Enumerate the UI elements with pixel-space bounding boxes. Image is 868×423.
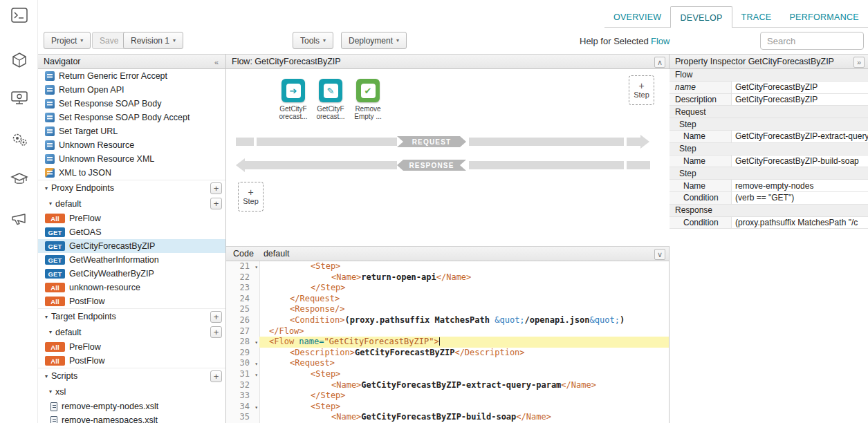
navigator-flow-item[interactable]: GET GetOAS — [38, 225, 225, 239]
prop-value[interactable]: GetCityForecastByZIP-extract-query-param — [732, 131, 868, 142]
code-line-content[interactable]: <Request> — [259, 358, 669, 369]
section-proxy-endpoints[interactable]: ▾ Proxy Endpoints + — [38, 180, 225, 196]
script-file-item[interactable]: remove-namespaces.xslt — [38, 413, 225, 423]
code-line-content[interactable]: <Name>GetCityForecastByZIP-extract-query… — [259, 380, 669, 391]
code-line-content[interactable]: </Request> — [259, 294, 669, 305]
code-line[interactable]: 28▾ <Flow name="GetCityForecastByZIP"> — [226, 337, 669, 348]
tools-button[interactable]: Tools▾ — [293, 32, 333, 49]
script-file-item[interactable]: remove-empty-nodes.xslt — [38, 400, 225, 413]
code-line[interactable]: 25 <Response/> — [226, 304, 669, 315]
code-gutter[interactable]: 29 — [226, 348, 259, 359]
navigator-policy-item[interactable]: Unknown Resource — [38, 138, 225, 152]
flow-step[interactable]: ✔ RemoveEmpty ... — [351, 79, 385, 120]
project-button[interactable]: Project▾ — [44, 32, 91, 49]
rail-learning-button[interactable] — [10, 169, 29, 189]
top-tab[interactable]: DEVELOP — [670, 6, 732, 28]
scripts-xsl-group[interactable]: ▾ xsl — [38, 384, 225, 400]
navigator-collapse-icon[interactable]: « — [211, 57, 222, 68]
code-line[interactable]: 34▾ <Step> — [226, 402, 669, 413]
search-input[interactable] — [760, 32, 864, 50]
code-gutter[interactable]: 25 — [226, 304, 259, 315]
code-line-content[interactable]: <Name>return-open-api</Name> — [259, 272, 669, 283]
code-line[interactable]: 26 <Condition>(proxy.pathsuffix MatchesP… — [226, 315, 669, 326]
navigator-flow-item[interactable]: All PostFlow — [38, 354, 225, 368]
navigator-policy-item[interactable]: XML to JSON — [38, 166, 225, 180]
add-proxy-flow-button[interactable]: + — [210, 198, 222, 209]
code-line[interactable]: 33 </Step> — [226, 391, 669, 402]
code-gutter[interactable]: 27 — [226, 326, 259, 337]
navigator-flow-item[interactable]: All PreFlow — [38, 340, 225, 354]
flow-canvas[interactable]: ➔ GetCityForecast... ✎ GetCityForecast..… — [226, 69, 670, 246]
navigator-flow-item[interactable]: GET GetCityForecastByZIP — [38, 239, 225, 253]
code-line-content[interactable]: </Step> — [259, 391, 669, 402]
proxy-endpoint-default[interactable]: ▾ default + — [38, 196, 225, 212]
rail-services-button[interactable] — [10, 130, 29, 149]
rail-announcements-button[interactable] — [10, 209, 29, 228]
rail-terminal-button[interactable] — [10, 6, 29, 25]
code-line-content[interactable]: <Flow name="GetCityForecastByZIP"> — [259, 337, 669, 348]
code-line[interactable]: 31▾ <Step> — [226, 369, 669, 380]
code-gutter[interactable]: 35 — [226, 412, 259, 423]
code-gutter[interactable]: 32 — [226, 380, 259, 391]
code-collapse-icon[interactable]: ∨ — [654, 249, 665, 260]
code-gutter[interactable]: 24 — [226, 294, 259, 305]
property-inspector-collapse-icon[interactable]: » — [853, 57, 865, 68]
code-gutter[interactable]: 26 — [226, 315, 259, 326]
add-proxy-endpoint-button[interactable]: + — [210, 182, 222, 194]
section-scripts[interactable]: ▾ Scripts + — [38, 368, 225, 384]
code-line-content[interactable]: <Name>GetCityForecastByZIP-build-soap</N… — [259, 412, 669, 423]
prop-value[interactable]: GetCityForecastByZIP-build-soap — [732, 156, 868, 167]
add-step-button-bottom[interactable]: + Step — [238, 182, 264, 212]
navigator-policy-item[interactable]: Set Target URL — [38, 124, 225, 138]
code-line[interactable]: 30▾ <Request> — [226, 358, 669, 369]
code-gutter[interactable]: 28▾ — [226, 337, 259, 348]
flow-step[interactable]: ➔ GetCityForecast... — [276, 79, 311, 120]
save-button[interactable]: Save — [92, 32, 126, 49]
code-gutter[interactable]: 33 — [226, 391, 259, 402]
navigator-policy-item[interactable]: Return Open API — [38, 83, 225, 97]
code-line[interactable]: 27 </Flow> — [226, 326, 669, 337]
prop-value[interactable]: GetCityForecastByZIP — [732, 94, 868, 106]
code-line[interactable]: 24 </Request> — [226, 294, 669, 305]
top-tab[interactable]: TRACE — [732, 6, 781, 27]
code-gutter[interactable]: 31▾ — [226, 369, 259, 380]
rail-api-proxies-button[interactable] — [10, 50, 29, 70]
navigator-policy-item[interactable]: Unknown Resource XML — [38, 152, 225, 166]
code-line-content[interactable]: <Step> — [259, 369, 669, 380]
target-endpoint-default[interactable]: ▾ default + — [38, 324, 225, 340]
code-line[interactable]: 32 <Name>GetCityForecastByZIP-extract-qu… — [226, 380, 669, 391]
code-line-content[interactable]: </Flow> — [259, 326, 669, 337]
navigator-flow-item[interactable]: All PostFlow — [38, 294, 225, 308]
add-script-button[interactable]: + — [210, 370, 222, 382]
code-line[interactable]: 21▾ <Step> — [226, 261, 669, 272]
add-target-flow-button[interactable]: + — [210, 326, 222, 338]
code-gutter[interactable]: 23 — [226, 283, 259, 294]
prop-value[interactable]: (proxy.pathsuffix MatchesPath "/c — [732, 217, 868, 229]
prop-value[interactable]: GetCityForecastByZIP — [732, 82, 868, 93]
navigator-flow-item[interactable]: GET GetCityWeatherByZIP — [38, 267, 225, 281]
code-line[interactable]: 29 <Description>GetCityForecastByZIP</De… — [226, 348, 669, 359]
flow-collapse-icon[interactable]: ∧ — [654, 57, 665, 68]
code-line-content[interactable]: <Condition>(proxy.pathsuffix MatchesPath… — [259, 315, 669, 326]
prop-value[interactable]: (verb == "GET") — [732, 192, 868, 204]
add-step-button-top[interactable]: + Step — [629, 75, 654, 105]
code-gutter[interactable]: 34▾ — [226, 402, 259, 413]
code-gutter[interactable]: 21▾ — [226, 261, 259, 272]
code-tab-default[interactable]: default — [264, 249, 290, 258]
code-line[interactable]: 22 <Name>return-open-api</Name> — [226, 272, 669, 283]
flow-step[interactable]: ✎ GetCityForecast... — [313, 79, 348, 120]
code-gutter[interactable]: 22 — [226, 272, 259, 283]
navigator-policy-item[interactable]: Return Generic Error Accept — [38, 69, 225, 83]
code-line-content[interactable]: <Response/> — [259, 304, 669, 315]
code-line[interactable]: 35 <Name>GetCityForecastByZIP-build-soap… — [226, 412, 669, 423]
code-line-content[interactable]: </Step> — [259, 283, 669, 294]
navigator-policy-item[interactable]: Set Response SOAP Body — [38, 97, 225, 111]
revision-button[interactable]: Revision 1▾ — [123, 32, 183, 49]
code-editor[interactable]: 21▾ <Step> 22 <Name>return-open-api</Nam… — [226, 261, 669, 423]
code-line-content[interactable]: <Step> — [259, 261, 669, 272]
top-tab[interactable]: OVERVIEW — [604, 6, 671, 27]
help-flow-link[interactable]: Flow — [651, 36, 670, 46]
top-tab[interactable]: PERFORMANCE — [780, 6, 868, 27]
code-line[interactable]: 23 </Step> — [226, 283, 669, 294]
deployment-button[interactable]: Deployment▾ — [341, 32, 407, 49]
